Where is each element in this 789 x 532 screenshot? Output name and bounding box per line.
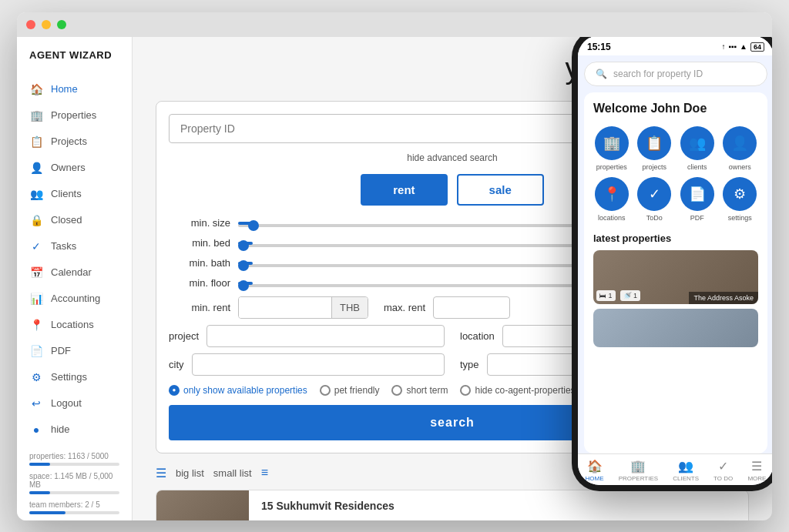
sidebar-item-projects[interactable]: 📋 Projects — [17, 129, 132, 155]
phone-pdf-label: PDF — [690, 214, 704, 222]
checkbox-pet[interactable]: pet friendly — [320, 385, 380, 396]
location-label: location — [460, 330, 495, 342]
phone-icon-grid: 🏢 properties 📋 projects 👥 clients — [593, 126, 758, 222]
sidebar-item-tasks[interactable]: ✓ Tasks — [17, 233, 132, 259]
checkbox-available-label: only show available properties — [183, 385, 307, 396]
sidebar-item-owners[interactable]: 👤 Owners — [17, 155, 132, 181]
checkbox-available[interactable]: ● only show available properties — [169, 385, 307, 396]
view-left: ☰ big list small list ≡ — [156, 466, 268, 480]
phone-nav-home[interactable]: 🏠 HOME — [586, 459, 604, 482]
project-field: project — [169, 325, 445, 347]
sidebar-item-closed[interactable]: 🔒 Closed — [17, 207, 132, 233]
phone-locations-icon: 📍 — [595, 177, 629, 211]
phone-nav-more-label: MORE — [747, 475, 766, 482]
minimize-button[interactable] — [42, 20, 51, 29]
checkbox-coagent-label: hide co-agent-properties — [475, 385, 575, 396]
clients-icon: 👥 — [29, 187, 43, 201]
phone-settings-icon: ⚙ — [723, 177, 757, 211]
sidebar-item-home[interactable]: 🏠 Home — [17, 76, 132, 102]
checkbox-coagent[interactable]: hide co-agent-properties — [460, 385, 575, 396]
phone-property-thumb[interactable]: 🛏 1 🚿 1 The Address Asoke — [593, 250, 758, 304]
properties-icon: 🏢 — [29, 109, 43, 122]
phone-owners-label: owners — [729, 163, 751, 171]
pdf-icon: 📄 — [29, 344, 43, 358]
max-rent-input[interactable] — [433, 296, 510, 319]
big-list-icon[interactable]: ☰ — [156, 466, 166, 480]
big-list-label[interactable]: big list — [176, 467, 204, 479]
closed-icon: 🔒 — [29, 213, 43, 227]
city-label: city — [169, 359, 184, 370]
property-card[interactable]: 15 Sukhumvit Residences — [156, 490, 749, 520]
phone-thumb-icons: 🛏 1 🚿 1 — [596, 290, 640, 301]
phone-nav-todo[interactable]: ✓ TO DO — [713, 459, 733, 482]
phone-icon-clients[interactable]: 👥 clients — [679, 126, 716, 171]
phone-nav-clients-label: CLIENTS — [673, 475, 699, 482]
phone-properties-label: properties — [596, 163, 627, 171]
properties-stat-fill — [29, 463, 50, 466]
phone-icon-locations[interactable]: 📍 locations — [593, 177, 630, 222]
sidebar-item-settings[interactable]: ⚙ Settings — [17, 364, 132, 390]
min-rent-input[interactable] — [239, 297, 331, 318]
phone-property-name: The Address Asoke — [689, 292, 758, 304]
sidebar-item-clients[interactable]: 👥 Clients — [17, 181, 132, 207]
phone-search-bar[interactable]: 🔍 search for property ID — [584, 62, 767, 86]
min-rent-label: min. rent — [169, 302, 230, 313]
close-button[interactable] — [26, 20, 35, 29]
phone-icon-todo[interactable]: ✓ ToDo — [636, 177, 673, 222]
sidebar-item-calendar[interactable]: 📅 Calendar — [17, 259, 132, 286]
checkbox-available-icon: ● — [169, 385, 180, 396]
min-bath-label: min. bath — [169, 257, 230, 269]
team-stat-bar — [29, 511, 119, 514]
phone-nav-home-icon: 🏠 — [587, 459, 603, 473]
checkbox-short[interactable]: short term — [391, 385, 448, 396]
min-rent-group: min. rent THB — [169, 296, 368, 319]
phone-icon-settings[interactable]: ⚙ settings — [722, 177, 759, 222]
phone-nav-properties-icon: 🏢 — [630, 459, 646, 473]
phone-icon-properties[interactable]: 🏢 properties — [593, 126, 630, 171]
sidebar-item-locations[interactable]: 📍 Locations — [17, 312, 132, 338]
phone-bottom-nav: 🏠 HOME 🏢 PROPERTIES 👥 CLIENTS ✓ — [578, 453, 772, 485]
sidebar-label-hide: hide — [51, 423, 70, 435]
phone-nav-more[interactable]: ☰ MORE — [747, 459, 766, 482]
phone-time: 15:15 — [587, 42, 611, 52]
phone-nav-todo-label: TO DO — [713, 475, 733, 482]
sidebar-item-logout[interactable]: ↩ Logout — [17, 390, 132, 417]
wifi-icon: ▲ — [740, 42, 747, 51]
checkbox-coagent-icon — [460, 385, 471, 396]
sidebar-item-properties[interactable]: 🏢 Properties — [17, 102, 132, 129]
thb-label: THB — [331, 297, 368, 318]
space-stat-fill — [29, 491, 50, 494]
checkbox-short-icon — [391, 385, 402, 396]
small-list-label[interactable]: small list — [213, 467, 252, 479]
small-list-icon[interactable]: ≡ — [261, 466, 268, 480]
phone-icon-pdf[interactable]: 📄 PDF — [679, 177, 716, 222]
phone-icon-projects[interactable]: 📋 projects — [636, 126, 673, 171]
space-stat-label: space: 1.145 MB / 5,000 MB — [29, 472, 119, 489]
phone-todo-label: ToDo — [646, 214, 663, 222]
sidebar-label-accounting: Accounting — [51, 293, 100, 304]
project-input[interactable] — [206, 325, 445, 347]
city-input[interactable] — [192, 353, 445, 376]
sidebar-label-properties: Properties — [51, 109, 96, 121]
calendar-icon: 📅 — [29, 266, 43, 279]
sidebar-item-hide[interactable]: ● hide — [17, 417, 132, 443]
phone-nav-properties[interactable]: 🏢 PROPERTIES — [619, 459, 658, 482]
sidebar-label-pdf: PDF — [51, 345, 71, 356]
sidebar-item-pdf[interactable]: 📄 PDF — [17, 338, 132, 364]
phone-screen: 15:15 ↑ ▪▪▪ ▲ 64 🔍 search for property I… — [578, 37, 772, 485]
rent-button[interactable]: rent — [361, 174, 447, 206]
sidebar-label-tasks: Tasks — [51, 240, 76, 252]
phone-nav-clients[interactable]: 👥 CLIENTS — [673, 459, 699, 482]
sidebar: AGENT WIZARD 🏠 Home 🏢 Properties 📋 Proje… — [17, 37, 133, 520]
phone-owners-icon: 👤 — [723, 126, 757, 160]
property-id-input[interactable] — [169, 114, 600, 143]
sidebar-label-calendar: Calendar — [51, 266, 92, 278]
maximize-button[interactable] — [57, 20, 66, 29]
sidebar-item-accounting[interactable]: 📊 Accounting — [17, 286, 132, 312]
phone-projects-icon: 📋 — [637, 126, 671, 160]
team-stat-label: team members: 2 / 5 — [29, 500, 119, 509]
phone-icon-owners[interactable]: 👤 owners — [722, 126, 759, 171]
phone-property-thumb2[interactable] — [593, 309, 758, 347]
welcome-text: Welcome John Doe — [593, 102, 758, 115]
sale-button[interactable]: sale — [457, 174, 544, 206]
